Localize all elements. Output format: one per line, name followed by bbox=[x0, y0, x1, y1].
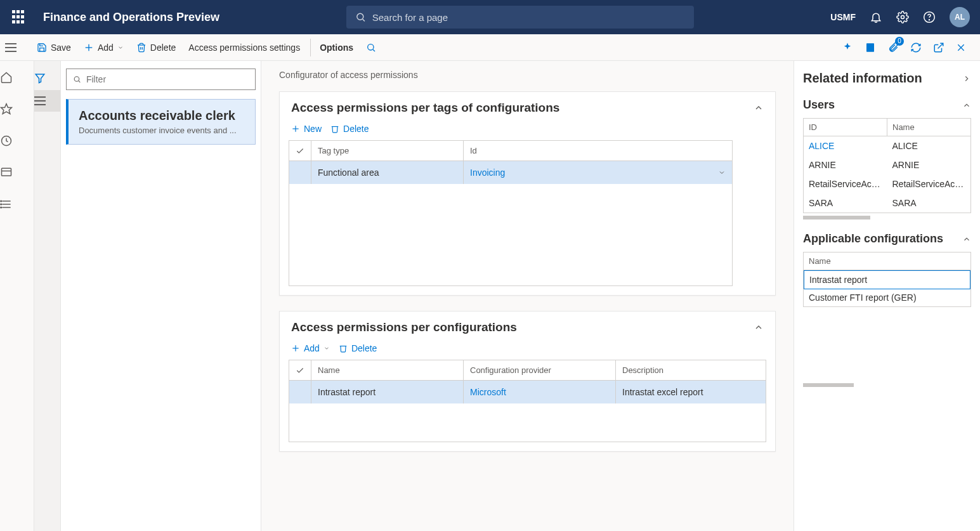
scrollbar[interactable] bbox=[803, 383, 854, 387]
svg-point-25 bbox=[1, 207, 2, 208]
svg-point-2 bbox=[901, 16, 904, 19]
cell-desc[interactable]: Intrastat excel report bbox=[616, 381, 766, 404]
col-user-id[interactable]: ID bbox=[804, 119, 887, 136]
collapse-icon[interactable] bbox=[754, 103, 764, 113]
list-item[interactable]: Customer FTI report (GER) bbox=[804, 289, 970, 306]
cell-user-id[interactable]: ALICE bbox=[804, 136, 887, 156]
settings-icon[interactable] bbox=[896, 11, 909, 23]
cell-user-id[interactable]: SARA bbox=[804, 193, 887, 213]
users-table: ID Name ALICEALICEARNIEARNIERetailServic… bbox=[803, 118, 971, 213]
list-item[interactable]: Accounts receivable clerk Documents cust… bbox=[66, 99, 256, 145]
col-config-name[interactable]: Name bbox=[804, 252, 970, 270]
table-row[interactable]: Intrastat report Microsoft Intrastat exc… bbox=[289, 381, 766, 404]
collapse-icon[interactable] bbox=[962, 235, 971, 244]
select-all-checkbox[interactable] bbox=[289, 141, 311, 161]
workspaces-icon[interactable] bbox=[0, 162, 34, 183]
plus-icon bbox=[291, 124, 300, 133]
home-icon[interactable] bbox=[0, 67, 34, 88]
cell-provider[interactable]: Microsoft bbox=[464, 381, 616, 404]
save-label: Save bbox=[51, 43, 71, 53]
svg-line-1 bbox=[362, 19, 364, 21]
delete-label: Delete bbox=[150, 43, 176, 53]
save-icon bbox=[37, 43, 47, 53]
add-label: Add bbox=[98, 43, 114, 53]
svg-point-0 bbox=[357, 13, 363, 20]
card-tags: Access permissions per tags of configura… bbox=[279, 91, 776, 296]
col-id[interactable]: Id bbox=[464, 141, 733, 161]
row-checkbox[interactable] bbox=[289, 161, 311, 185]
svg-point-4 bbox=[929, 20, 929, 20]
select-all-checkbox[interactable] bbox=[289, 360, 311, 381]
chevron-down-icon bbox=[718, 169, 726, 176]
delete-button[interactable]: Delete bbox=[330, 124, 369, 134]
nav-toggle-icon[interactable] bbox=[5, 43, 30, 52]
svg-rect-12 bbox=[866, 43, 874, 52]
new-button[interactable]: New bbox=[291, 124, 322, 134]
col-desc[interactable]: Description bbox=[616, 360, 766, 381]
col-user-name[interactable]: Name bbox=[887, 119, 971, 136]
collapse-icon[interactable] bbox=[962, 101, 971, 110]
table-row[interactable]: Functional area Invoicing bbox=[289, 161, 732, 185]
cell-tagtype[interactable]: Functional area bbox=[311, 161, 464, 185]
help-icon[interactable] bbox=[923, 11, 936, 23]
close-icon[interactable] bbox=[956, 43, 966, 53]
favorites-icon[interactable] bbox=[0, 99, 34, 119]
attachments-badge: 0 bbox=[895, 37, 904, 46]
svg-line-13 bbox=[938, 43, 943, 48]
table-row[interactable]: SARASARA bbox=[804, 193, 970, 213]
chevron-right-icon[interactable] bbox=[962, 74, 971, 83]
row-checkbox[interactable] bbox=[289, 381, 311, 404]
svg-point-10 bbox=[368, 44, 374, 49]
list-filter-input[interactable] bbox=[86, 74, 249, 84]
related-title: Related information bbox=[803, 71, 922, 86]
table-row[interactable]: ALICEALICE bbox=[804, 136, 970, 156]
svg-rect-18 bbox=[2, 168, 11, 176]
page-subtitle: Configurator of access permissions bbox=[279, 70, 776, 80]
col-name[interactable]: Name bbox=[311, 360, 464, 381]
card-configs: Access permissions per configurations Ad… bbox=[279, 311, 776, 452]
app-launcher-icon[interactable] bbox=[10, 8, 28, 26]
attachments-icon[interactable]: 0 bbox=[887, 42, 899, 53]
add-button[interactable]: Add bbox=[291, 343, 330, 353]
add-label: Add bbox=[304, 343, 320, 353]
recent-icon[interactable] bbox=[0, 131, 34, 151]
cell-user-id[interactable]: ARNIE bbox=[804, 155, 887, 174]
filter-tool-icon[interactable] bbox=[34, 66, 60, 90]
trash-icon bbox=[339, 344, 348, 353]
delete-button[interactable]: Delete bbox=[130, 39, 182, 56]
copilot-icon[interactable] bbox=[842, 42, 853, 53]
save-button[interactable]: Save bbox=[30, 39, 77, 56]
app-title: Finance and Operations Preview bbox=[43, 11, 219, 24]
add-button[interactable]: Add bbox=[77, 39, 130, 56]
table-row[interactable]: ARNIEARNIE bbox=[804, 155, 970, 174]
popout-icon[interactable] bbox=[933, 42, 944, 53]
avatar[interactable]: AL bbox=[950, 7, 970, 27]
list-filter[interactable] bbox=[66, 69, 256, 90]
delete-button[interactable]: Delete bbox=[339, 343, 377, 353]
notifications-icon[interactable] bbox=[870, 11, 882, 23]
refresh-icon[interactable] bbox=[910, 42, 922, 53]
global-search-input[interactable] bbox=[372, 12, 685, 23]
col-tagtype[interactable]: Tag type bbox=[311, 141, 464, 161]
legal-entity[interactable]: USMF bbox=[830, 12, 856, 22]
cell-user-id[interactable]: RetailServiceAccount bbox=[804, 174, 887, 193]
office-icon[interactable] bbox=[865, 42, 876, 53]
table-row[interactable]: RetailServiceAccountRetailServiceAccount bbox=[804, 174, 970, 193]
global-search[interactable] bbox=[346, 6, 694, 29]
cell-id[interactable]: Invoicing bbox=[464, 161, 733, 185]
col-provider[interactable]: Configuration provider bbox=[464, 360, 616, 381]
list-tool-icon[interactable] bbox=[34, 90, 60, 112]
list-item-desc: Documents customer invoice events and ..… bbox=[79, 126, 245, 135]
svg-marker-16 bbox=[1, 104, 12, 114]
plus-icon bbox=[84, 43, 94, 53]
collapse-icon[interactable] bbox=[754, 322, 764, 332]
modules-icon[interactable] bbox=[0, 194, 34, 214]
list-item[interactable]: Intrastat report bbox=[804, 270, 970, 289]
cell-name[interactable]: Intrastat report bbox=[311, 381, 464, 404]
access-permissions-settings[interactable]: Access permissions settings bbox=[182, 39, 306, 56]
scrollbar[interactable] bbox=[803, 216, 870, 220]
options-tab[interactable]: Options bbox=[310, 39, 360, 56]
search-action[interactable] bbox=[360, 39, 382, 56]
aps-label: Access permissions settings bbox=[188, 43, 300, 53]
list-item-title: Accounts receivable clerk bbox=[79, 108, 245, 123]
